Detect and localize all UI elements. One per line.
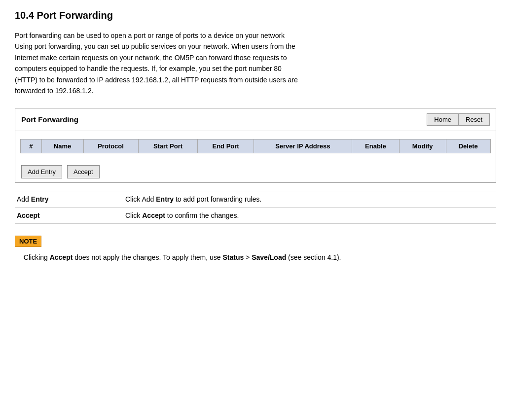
desc-row-accept: Accept Click Accept to confirm the chang… — [15, 208, 496, 224]
description-table: Add Entry Click Add Entry to add port fo… — [15, 191, 496, 224]
panel-header-buttons: Home Reset — [427, 113, 490, 126]
accept-button[interactable]: Accept — [67, 165, 100, 178]
table-wrapper: #NameProtocolStart PortEnd PortServer IP… — [15, 131, 496, 161]
desc-line4: computers equipped to handle the request… — [15, 65, 282, 72]
term-add-entry-bold: Entry — [31, 195, 49, 203]
home-button[interactable]: Home — [427, 113, 458, 126]
table-header-cell: Delete — [446, 140, 490, 153]
desc-line5: (HTTP) to be forwarded to IP address 192… — [15, 76, 298, 84]
panel-title: Port Forwarding — [21, 115, 78, 124]
table-header-cell: End Port — [198, 140, 254, 153]
port-forwarding-table: #NameProtocolStart PortEnd PortServer IP… — [20, 139, 491, 153]
desc-term-add-entry: Add Entry — [15, 191, 123, 208]
note-badge: NOTE — [15, 236, 496, 252]
port-forwarding-panel: Port Forwarding Home Reset #NameProtocol… — [15, 108, 496, 183]
note-badge-text: NOTE — [15, 236, 41, 247]
desc-def-accept: Click Accept to confirm the changes. — [123, 208, 496, 224]
table-header-cell: Enable — [352, 140, 399, 153]
page-title: 10.4 Port Forwarding — [15, 10, 496, 21]
reset-button[interactable]: Reset — [458, 113, 490, 126]
table-header-row: #NameProtocolStart PortEnd PortServer IP… — [21, 140, 491, 153]
desc-table-body: Add Entry Click Add Entry to add port fo… — [15, 191, 496, 224]
panel-footer: Add Entry Accept — [15, 161, 496, 182]
desc-line6: forwarded to 192.168.1.2. — [15, 87, 94, 95]
table-header-cell: Start Port — [138, 140, 198, 153]
table-header-cell: # — [21, 140, 42, 153]
note-section: NOTE Clicking Accept does not apply the … — [15, 236, 496, 263]
desc-line2: Using port forwarding, you can set up pu… — [15, 42, 295, 50]
desc-row-add-entry: Add Entry Click Add Entry to add port fo… — [15, 191, 496, 208]
description-block: Port forwarding can be used to open a po… — [15, 30, 496, 96]
table-header-cell: Name — [41, 140, 83, 153]
desc-line1: Port forwarding can be used to open a po… — [15, 32, 285, 39]
desc-term-accept: Accept — [15, 208, 123, 224]
table-header-cell: Server IP Address — [254, 140, 352, 153]
note-text: Clicking Accept does not apply the chang… — [15, 252, 496, 263]
desc-def-add-entry: Click Add Entry to add port forwarding r… — [123, 191, 496, 208]
table-header-cell: Protocol — [83, 140, 138, 153]
panel-header: Port Forwarding Home Reset — [15, 108, 496, 131]
table-header-cell: Modify — [399, 140, 446, 153]
add-entry-button[interactable]: Add Entry — [21, 165, 62, 178]
desc-line3: Internet make certain requests on your n… — [15, 54, 287, 62]
